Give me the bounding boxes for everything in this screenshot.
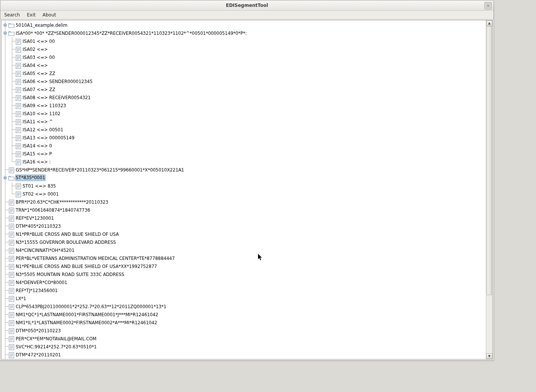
tree-node-label[interactable]: 5010A1_example.delim [15,23,68,28]
vertical-scrollbar[interactable]: ▲ ▼ [486,20,492,359]
tree-node-label[interactable]: ISA08 <=> RECEIVER0054321 [22,95,91,100]
tree-row[interactable]: ISA10 <=> 1102 [2,109,486,118]
close-button[interactable]: ✕ [484,2,492,10]
tree-node-label[interactable]: PER*BL*VETERANS ADMINISTRATION MEDICAL C… [15,256,175,261]
scroll-down-button[interactable]: ▼ [486,353,492,359]
tree-row[interactable]: ISA11 <=> ^ [2,118,486,126]
tree-row[interactable]: ISA01 <=> 00 [2,37,486,45]
tree-node-label[interactable]: PER*CX**EM*NOTAVAIL@EMAIL.COM [15,336,97,341]
tree-row[interactable]: ISA02 <=> [2,45,486,53]
tree-node-label[interactable]: REF*EV*1230001 [15,216,54,221]
tree-node-label[interactable]: ISA09 <=> 110323 [22,103,67,108]
tree-row[interactable]: ISA*00* *00* *ZZ*SENDER000012345*ZZ*RECE… [2,29,486,37]
tree-node-label[interactable]: ISA05 <=> ZZ [22,71,56,76]
tree-row[interactable]: N3*5505 MOUNTAIN ROAD SUITE 333C ADDRESS [2,270,486,278]
tree-row[interactable]: ISA13 <=> 000005149 [2,134,486,142]
tree-row[interactable]: ISA04 <=> [2,61,486,69]
expand-toggle-icon[interactable] [3,31,7,35]
tree-node-label[interactable]: ISA12 <=> 00501 [22,127,64,132]
tree-node-label[interactable]: NM1*IL*1*LASTNAME0002*FIRSTNAME0002*A***… [15,320,157,325]
tree-node-label[interactable]: ISA06 <=> SENDER000012345 [22,79,93,84]
tree-row[interactable]: ISA07 <=> ZZ [2,85,486,93]
tree-node-label[interactable]: ISA16 <=> : [22,159,51,165]
tree-node-label[interactable]: N1*PE*BLUE CROSS AND BLUE SHIELD OF USA*… [15,264,157,269]
tree-node-label[interactable]: ISA04 <=> [22,63,48,68]
tree-node-label[interactable]: LX*1 [15,296,26,301]
menu-exit[interactable]: Exit [25,11,38,18]
tree-node-label[interactable]: DTM*472*20110201 [15,352,61,358]
tree-node-label[interactable]: ISA02 <=> [22,47,48,52]
tree-node-label[interactable]: ST01 <=> 835 [22,183,56,189]
tree-row[interactable]: DTM*405*20110323 [2,222,486,230]
tree-view[interactable]: 5010A1_example.delimISA*00* *00* *ZZ*SEN… [2,20,486,359]
tree-node-label[interactable]: DTM*405*20110323 [15,224,61,229]
tree-row[interactable]: PER*CX**EM*NOTAVAIL@EMAIL.COM [2,335,486,343]
tree-node-label[interactable]: ISA01 <=> 00 [22,39,55,44]
tree-row[interactable]: ST*835*0001 [2,174,486,182]
tree-row[interactable]: GS*HP*SENDER*RECEIVER*20110323*061215*99… [2,166,486,174]
tree-node-label[interactable]: ISA07 <=> ZZ [22,87,56,92]
tree-row[interactable]: ISA15 <=> P [2,150,486,158]
tree-row[interactable]: N3*15555 GOVERNOR BOULEVARD ADDRESS [2,238,486,246]
tree-node-label[interactable]: REF*TJ*123456001 [15,288,58,293]
scroll-track[interactable] [486,26,492,353]
tree-node-label[interactable]: ISA13 <=> 000005149 [22,135,75,140]
tree-row[interactable]: REF*TJ*123456001 [2,286,486,294]
tree-row[interactable]: LX*1 [2,294,486,302]
tree-row[interactable]: ISA08 <=> RECEIVER0054321 [2,93,486,101]
tree-node-label[interactable]: N1*PR*BLUE CROSS AND BLUE SHIELD OF USA [15,232,119,237]
tree-node-label[interactable]: ISA15 <=> P [22,151,52,157]
tree-node-label[interactable]: TRN*1*0061640874*1840747736 [15,207,91,213]
tree-row[interactable]: ISA03 <=> 00 [2,53,486,61]
expand-toggle-icon[interactable] [3,176,7,180]
tree-row[interactable]: ST01 <=> 835 [2,182,486,190]
tree-row[interactable]: SVC*HC:99214*252.7*20.63*0510*1 [2,343,486,351]
tree-row[interactable]: ISA14 <=> 0 [2,142,486,150]
tree-row[interactable]: NM1*IL*1*LASTNAME0002*FIRSTNAME0002*A***… [2,318,486,327]
tree-node-label[interactable]: ISA03 <=> 00 [22,55,55,60]
tree-node-label[interactable]: ISA*00* *00* *ZZ*SENDER000012345*ZZ*RECE… [15,31,247,36]
tree-node-label[interactable]: NM1*QC*1*LASTNAME0001*FIRSTNAME0001*J***… [15,312,159,317]
tree-node-label[interactable]: DTM*050*20110223 [15,328,61,333]
tree-row[interactable]: ISA09 <=> 110323 [2,101,486,109]
scroll-thumb[interactable] [487,26,492,295]
tree-row[interactable]: CLP*6543PBJ2011000001*2*252.7*20.63**12*… [2,302,486,310]
tree-row[interactable]: TRN*1*0061640874*1840747736 [2,206,486,214]
tree-row[interactable]: NM1*QC*1*LASTNAME0001*FIRSTNAME0001*J***… [2,310,486,318]
tree-row[interactable]: N4*DENVER*CO*80001 [2,278,486,286]
tree-node-label[interactable]: BPR*I*20.63*C*CHK************20110323 [15,199,109,205]
tree-row[interactable]: ISA12 <=> 00501 [2,126,486,134]
tree-node-label[interactable]: ISA10 <=> 1102 [22,111,61,116]
tree-node-label[interactable]: CLP*6543PBJ2011000001*2*252.7*20.63**12*… [15,304,167,309]
file-icon [15,71,21,76]
tree-node-label[interactable]: N3*5505 MOUNTAIN ROAD SUITE 333C ADDRESS [15,272,125,277]
tree-node-label[interactable]: SVC*HC:99214*252.7*20.63*0510*1 [15,344,97,350]
tree-node-label[interactable]: N4*CINCINNATI*OH*45201 [15,248,75,253]
scroll-up-button[interactable]: ▲ [486,20,492,26]
tree-node-label[interactable]: ST*835*0001 [15,175,46,181]
tree-row[interactable]: N4*CINCINNATI*OH*45201 [2,246,486,254]
tree-row[interactable]: N1*PE*BLUE CROSS AND BLUE SHIELD OF USA*… [2,262,486,270]
tree-row[interactable]: CAS*CO*45*149.57**171*82.5 [2,359,486,359]
tree-row[interactable]: ISA06 <=> SENDER000012345 [2,77,486,85]
tree-node-label[interactable]: GS*HP*SENDER*RECEIVER*20110323*061215*99… [15,167,185,173]
tree-row[interactable]: PER*BL*VETERANS ADMINISTRATION MEDICAL C… [2,254,486,262]
tree-node-label[interactable]: ISA14 <=> 0 [22,143,52,149]
tree-node-label[interactable]: ISA11 <=> ^ [22,119,53,124]
tree-row[interactable]: N1*PR*BLUE CROSS AND BLUE SHIELD OF USA [2,230,486,238]
tree-node-label[interactable]: N4*DENVER*CO*80001 [15,280,68,285]
tree-row[interactable]: ISA05 <=> ZZ [2,69,486,77]
tree-row[interactable]: ISA16 <=> : [2,158,486,166]
tree-row[interactable]: 5010A1_example.delim [2,21,486,29]
menu-about[interactable]: About [40,11,58,18]
tree-row[interactable]: ST02 <=> 0001 [2,190,486,198]
tree-row[interactable]: BPR*I*20.63*C*CHK************20110323 [2,198,486,206]
expand-toggle-icon[interactable] [3,23,7,27]
tree-row[interactable]: REF*EV*1230001 [2,214,486,222]
tree-row[interactable]: DTM*050*20110223 [2,327,486,335]
tree-node-label[interactable]: ST02 <=> 0001 [22,191,59,197]
tree-row[interactable]: DTM*472*20110201 [2,351,486,359]
titlebar[interactable]: EDISegmentTool ✕ [0,0,494,11]
tree-node-label[interactable]: N3*15555 GOVERNOR BOULEVARD ADDRESS [15,240,116,245]
menu-search[interactable]: Search [2,11,22,18]
